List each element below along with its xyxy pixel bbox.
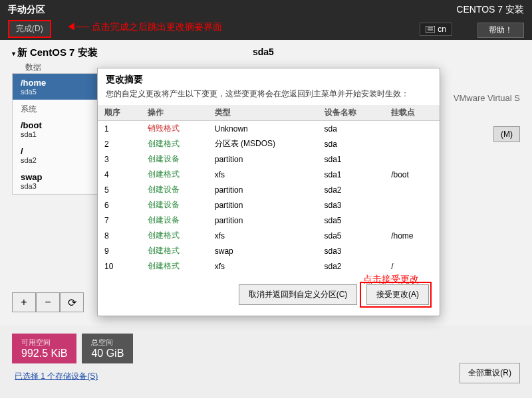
cell-mount [384,121,440,137]
cell-device: sda5 [318,213,385,228]
cell-order: 2 [98,136,141,151]
annotation-accept: 点击接受更改 [363,274,419,286]
available-space-label: 可用空间 [21,338,67,348]
table-row[interactable]: 10创建格式xfssda2/ [98,258,440,274]
cell-operation: 创建格式 [141,228,208,243]
cell-operation: 创建设备 [141,213,208,228]
selected-device-label: sda5 [253,47,274,57]
col-device-name[interactable]: 设备名称 [318,105,385,121]
cell-device: sda2 [318,182,385,197]
accept-changes-button[interactable]: 接受更改(A) [366,284,429,305]
done-button[interactable]: 完成(D) [8,20,51,38]
cell-type: swap [208,243,318,258]
table-row[interactable]: 9创建格式swapsda3 [98,243,440,258]
cell-mount: /boot [384,167,440,182]
keyboard-icon [426,26,435,33]
reset-all-button[interactable]: 全部重设(R) [460,363,520,383]
annotation-done: ◀── 点击完成之后跳出更改摘要界面 [66,21,222,33]
cell-order: 7 [98,213,141,228]
available-space-box: 可用空间 992.5 KiB [12,334,76,363]
table-row[interactable]: 1销毁格式Unknownsda [98,121,440,137]
cell-operation: 创建格式 [141,136,208,151]
cell-operation: 销毁格式 [141,121,208,137]
cell-operation: 创建设备 [141,151,208,167]
available-space-value: 992.5 KiB [21,348,67,359]
cell-device: sda3 [318,243,385,258]
cell-type: partition [208,197,318,213]
col-mount-point[interactable]: 挂载点 [384,105,440,121]
cell-device: sda2 [318,258,385,274]
svg-rect-0 [426,26,435,33]
cell-operation: 创建格式 [141,258,208,274]
installer-title: CENTOS 7 安装 [456,4,524,16]
cell-order: 1 [98,121,141,137]
total-space-box: 总空间 40 GiB [82,334,133,363]
space-summary: 可用空间 992.5 KiB 总空间 40 GiB [0,334,532,363]
cell-device: sda3 [318,197,385,213]
dialog-title: 更改摘要 [98,68,440,88]
cell-type: partition [208,151,318,167]
cell-device: sda1 [318,151,385,167]
cell-order: 9 [98,243,141,258]
cell-operation: 创建格式 [141,243,208,258]
cell-order: 6 [98,197,141,213]
device-description: VMware Virtual S [454,93,520,103]
cell-order: 10 [98,258,141,274]
partition-toolbar: + − ⟳ [12,292,84,312]
cell-type: xfs [208,228,318,243]
help-button[interactable]: 帮助！ [477,23,524,38]
cell-device: sda [318,136,385,151]
cancel-button[interactable]: 取消并返回到自定义分区(C) [239,284,358,305]
cell-device: sda [318,121,385,137]
table-row[interactable]: 8创建格式xfssda5/home [98,228,440,243]
col-type[interactable]: 类型 [208,105,318,121]
table-row[interactable]: 4创建格式xfssda1/boot [98,167,440,182]
cell-operation: 创建设备 [141,197,208,213]
dialog-description: 您的自定义更改将产生以下变更，这些变更将会在您返回到主菜单并开始安装时生效： [98,88,440,105]
cell-mount [384,182,440,197]
cell-mount: /home [384,228,440,243]
cell-mount [384,136,440,151]
cell-order: 5 [98,182,141,197]
col-operation[interactable]: 操作 [141,105,208,121]
changes-table: 顺序 操作 类型 设备名称 挂载点 1销毁格式Unknownsda2创建格式分区… [98,105,440,274]
add-partition-button[interactable]: + [12,292,36,312]
cell-mount: / [384,258,440,274]
total-space-label: 总空间 [91,338,124,348]
total-space-value: 40 GiB [91,348,124,359]
page-title: 手动分区 [8,4,45,16]
top-bar: 手动分区 完成(D) ◀── 点击完成之后跳出更改摘要界面 CENTOS 7 安… [0,0,532,40]
cell-type: partition [208,182,318,197]
cell-operation: 创建设备 [141,182,208,197]
storage-devices-link[interactable]: 已选择 1 个存储设备(S) [15,371,98,382]
remove-partition-button[interactable]: − [36,292,60,312]
cell-order: 4 [98,167,141,182]
cell-mount [384,197,440,213]
cell-type: xfs [208,258,318,274]
table-row[interactable]: 3创建设备partitionsda1 [98,151,440,167]
cell-mount [384,243,440,258]
keyboard-indicator[interactable]: cn [420,23,452,36]
table-row[interactable]: 7创建设备partitionsda5 [98,213,440,228]
cell-type: 分区表 (MSDOS) [208,136,318,151]
modify-button[interactable]: (M) [493,126,520,142]
cell-mount [384,213,440,228]
cell-device: sda5 [318,228,385,243]
cell-type: partition [208,213,318,228]
cell-type: xfs [208,167,318,182]
cell-type: Unknown [208,121,318,137]
cell-operation: 创建格式 [141,167,208,182]
cell-mount [384,151,440,167]
arrow-left-icon: ◀── [66,21,89,32]
cell-order: 3 [98,151,141,167]
refresh-button[interactable]: ⟳ [60,292,84,312]
table-row[interactable]: 2创建格式分区表 (MSDOS)sda [98,136,440,151]
table-row[interactable]: 5创建设备partitionsda2 [98,182,440,197]
keyboard-layout-label: cn [438,25,446,34]
cell-device: sda1 [318,167,385,182]
table-row[interactable]: 6创建设备partitionsda3 [98,197,440,213]
cell-order: 8 [98,228,141,243]
col-order[interactable]: 顺序 [98,105,141,121]
